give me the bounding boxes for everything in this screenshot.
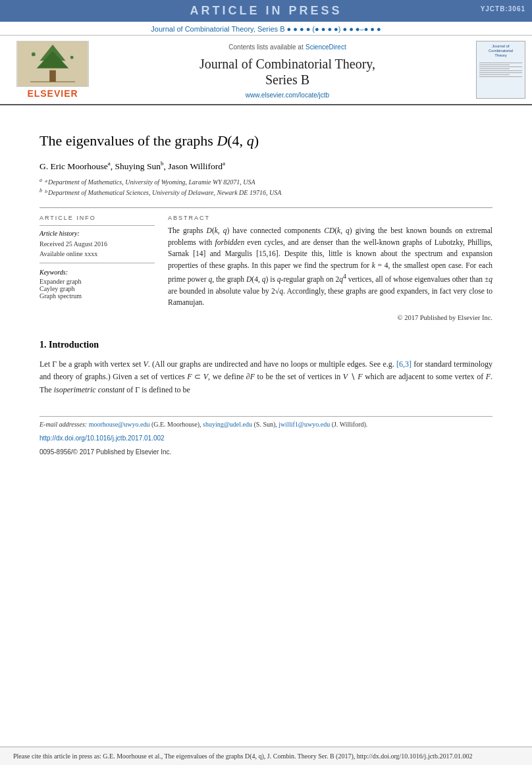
svg-rect-1 <box>49 70 56 82</box>
issn-line: 0095-8956/© 2017 Published by Elsevier I… <box>40 448 492 456</box>
email-3[interactable]: jwillif1@uwyo.edu <box>279 421 330 428</box>
journal-url[interactable]: www.elsevier.com/locate/jctb <box>246 92 329 99</box>
citation-bar: Please cite this article in press as: G.… <box>0 747 532 765</box>
authors-line: G. Eric Moorhousea, Shuying Sunb, Jason … <box>40 160 492 172</box>
footer-notes: E-mail addresses: moorhouse@uwyo.edu (G.… <box>40 416 492 456</box>
introduction-paragraph: Let Γ be a graph with vertex set V. (All… <box>40 358 492 396</box>
elsevier-label: ELSEVIER <box>27 88 78 99</box>
paper-title: The eigenvalues of the graphs D(4, q) <box>40 132 492 151</box>
article-info-column: ARTICLE INFO Article history: Received 2… <box>40 215 155 322</box>
svg-point-5 <box>70 56 74 59</box>
journal-cover-thumbnail: Journal ofCombinatorialTheory <box>476 41 525 99</box>
cover-title-text: Journal ofCombinatorialTheory <box>489 44 513 59</box>
doi-line: http://dx.doi.org/10.1016/j.jctb.2017.01… <box>40 435 492 442</box>
other-word: other <box>452 275 468 283</box>
journal-subtitle-bar: Journal of Combinatorial Theory, Series … <box>0 22 532 36</box>
citation-text: Please cite this article in press as: G.… <box>13 752 472 760</box>
journal-name: Journal of Combinatorial Theory, Series … <box>200 56 375 88</box>
yjctb-label: YJCTB:3061 <box>481 5 525 13</box>
cover-lines <box>479 61 522 78</box>
contents-available-label: Contents lists available at ScienceDirec… <box>228 41 346 52</box>
header-section: ELSEVIER Contents lists available at Sci… <box>0 36 532 105</box>
sciencedirect-link[interactable]: ScienceDirect <box>306 43 346 51</box>
article-in-press-banner: ARTICLE IN PRESS YJCTB:3061 <box>0 0 532 22</box>
elsevier-logo-box: ELSEVIER <box>7 41 99 99</box>
keyword-2: Cayley graph <box>40 285 155 292</box>
email-addresses-line: E-mail addresses: moorhouse@uwyo.edu (G.… <box>40 421 492 428</box>
article-info-header: ARTICLE INFO <box>40 215 155 221</box>
available-online: Available online xxxx <box>40 249 155 259</box>
keyword-3: Graph spectrum <box>40 292 155 300</box>
keyword-1: Expander graph <box>40 278 155 285</box>
received-date: Received 25 August 2016 <box>40 239 155 249</box>
journal-info-center: Contents lists available at ScienceDirec… <box>105 41 469 99</box>
article-history-label: Article history: <box>40 230 155 237</box>
abstract-header: ABSTRACT <box>168 215 492 221</box>
journal-subtitle-text: Journal of Combinatorial Theory, Series … <box>151 25 381 33</box>
keywords-label: Keywords: <box>40 269 155 276</box>
info-divider-2 <box>40 263 155 263</box>
email-1[interactable]: moorhouse@uwyo.edu <box>89 421 150 428</box>
elsevier-tree-image <box>16 41 89 87</box>
affiliations: a ᵃ Department of Mathematics, Universit… <box>40 176 492 198</box>
two-column-section: ARTICLE INFO Article history: Received 2… <box>40 215 492 322</box>
info-divider-1 <box>40 225 155 226</box>
banner-text: ARTICLE IN PRESS <box>190 4 342 17</box>
email-2[interactable]: shuying@udel.edu <box>203 421 252 428</box>
doi-link[interactable]: http://dx.doi.org/10.1016/j.jctb.2017.01… <box>40 435 165 442</box>
section-divider-top <box>40 207 492 208</box>
main-content: The eigenvalues of the graphs D(4, q) G.… <box>0 105 532 469</box>
svg-point-4 <box>32 53 36 57</box>
introduction-section-title: 1. Introduction <box>40 340 492 350</box>
abstract-column: ABSTRACT The graphs D(k, q) have connect… <box>168 215 492 322</box>
abstract-text: The graphs D(k, q) have connected compon… <box>168 225 492 309</box>
copyright-line: © 2017 Published by Elsevier Inc. <box>168 314 492 321</box>
